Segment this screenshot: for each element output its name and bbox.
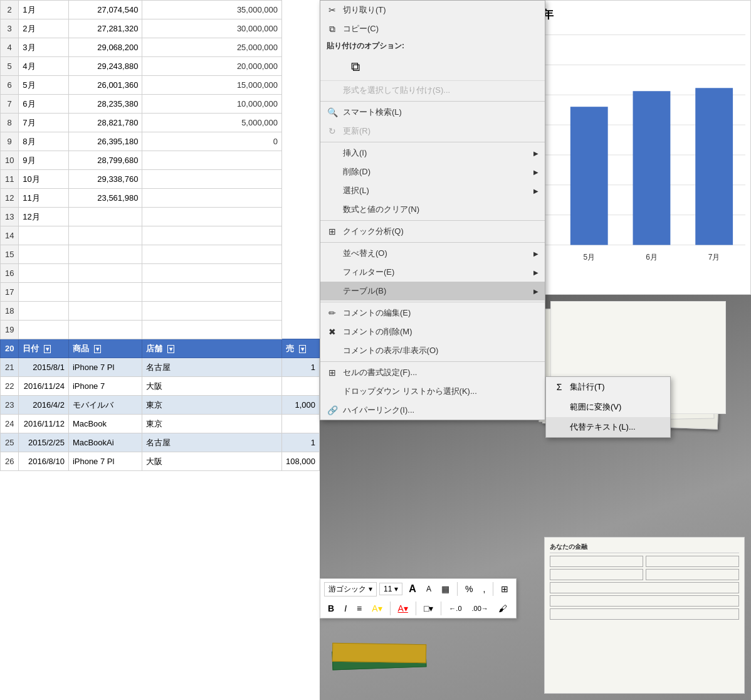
month-cell[interactable]: 2月 bbox=[19, 19, 69, 38]
font-size-selector[interactable]: 11 ▾ bbox=[379, 583, 402, 595]
font-dropdown-icon[interactable]: ▾ bbox=[369, 585, 372, 593]
menu-item-table[interactable]: テーブル(B)▶ bbox=[320, 282, 545, 300]
menu-item-copy[interactable]: ⧉コピー(C) bbox=[320, 19, 545, 38]
decimal-decrease-button[interactable]: ←.0 bbox=[445, 603, 465, 614]
menu-item-filter[interactable]: フィルター(E)▶ bbox=[320, 263, 545, 282]
percent-button[interactable]: % bbox=[461, 582, 476, 596]
month-cell[interactable]: 10月 bbox=[19, 170, 69, 189]
month-cell[interactable]: 8月 bbox=[19, 132, 69, 151]
mini-toolbar[interactable]: 游ゴシック ▾ 11 ▾ A A ▦ % , ⊞ B I ≡ A▾ A▾ □▾ … bbox=[320, 578, 517, 618]
date-cell[interactable]: 2015/2/25 bbox=[19, 433, 69, 452]
date-cell[interactable]: 2016/4/2 bbox=[19, 396, 69, 415]
table-column-header[interactable]: 売 ▾ bbox=[281, 339, 319, 358]
month-cell[interactable]: 7月 bbox=[19, 114, 69, 132]
month-cell[interactable]: 9月 bbox=[19, 151, 69, 170]
product-cell[interactable]: iPhone 7 Pl bbox=[68, 358, 142, 377]
menu-item-format_cells[interactable]: ⊞セルの書式設定(F)... bbox=[320, 363, 545, 382]
extra-cell[interactable]: 1,000 bbox=[281, 396, 319, 415]
cell-color-button[interactable]: ▦ bbox=[438, 582, 453, 596]
table-submenu[interactable]: Σ集計行(T)範囲に変換(V)代替テキスト(L)... bbox=[545, 376, 671, 438]
date-cell[interactable]: 2015/8/1 bbox=[19, 358, 69, 377]
menu-item-select[interactable]: 選択(L)▶ bbox=[320, 181, 545, 200]
store-cell[interactable]: 名古屋 bbox=[142, 358, 282, 377]
value-cell[interactable]: 28,821,780 bbox=[68, 114, 142, 132]
extra-cell[interactable] bbox=[281, 377, 319, 396]
menu-item-sort[interactable]: 並べ替え(O)▶ bbox=[320, 244, 545, 263]
value-cell[interactable] bbox=[68, 245, 142, 264]
value-cell[interactable]: 29,068,200 bbox=[68, 38, 142, 57]
menu-item-show_comment[interactable]: コメントの表示/非表示(O) bbox=[320, 341, 545, 360]
align-button[interactable]: ≡ bbox=[353, 602, 365, 615]
decimal-increase-button[interactable]: .00→ bbox=[468, 603, 492, 614]
menu-item-smart_search[interactable]: 🔍スマート検索(L) bbox=[320, 103, 545, 122]
menu-item-insert[interactable]: 挿入(I)▶ bbox=[320, 144, 545, 162]
brush-button[interactable]: 🖌 bbox=[495, 602, 511, 615]
product-cell[interactable]: MacBook bbox=[68, 415, 142, 433]
border-button[interactable]: □▾ bbox=[420, 602, 437, 615]
month-cell[interactable]: 6月 bbox=[19, 95, 69, 114]
store-cell[interactable]: 大阪 bbox=[142, 377, 282, 396]
table-data-row[interactable]: 222016/11/24iPhone 7大阪 bbox=[1, 377, 320, 396]
menu-item-cut[interactable]: ✂切り取り(T) bbox=[320, 1, 545, 19]
month-cell[interactable] bbox=[19, 321, 69, 339]
value-cell[interactable]: 29,338,760 bbox=[68, 170, 142, 189]
store-cell[interactable]: 名古屋 bbox=[142, 433, 282, 452]
context-menu[interactable]: ✂切り取り(T)⧉コピー(C)貼り付けのオプション:⧉形式を選択して貼り付け(S… bbox=[320, 0, 545, 420]
store-cell[interactable]: 東京 bbox=[142, 415, 282, 433]
value-cell[interactable]: 27,281,320 bbox=[68, 19, 142, 38]
extra-cell[interactable]: 108,000 bbox=[281, 452, 319, 471]
month-cell[interactable] bbox=[19, 283, 69, 302]
font-color-button[interactable]: A▾ bbox=[394, 602, 412, 615]
submenu-item-totals_row[interactable]: Σ集計行(T) bbox=[546, 377, 670, 397]
product-cell[interactable]: モバイルバ bbox=[68, 396, 142, 415]
size-dropdown-icon[interactable]: ▾ bbox=[394, 585, 398, 593]
menu-item-hyperlink[interactable]: 🔗ハイパーリンク(I)... bbox=[320, 401, 545, 420]
month-cell[interactable]: 4月 bbox=[19, 57, 69, 76]
table-column-header[interactable]: 日付 ▾ bbox=[19, 339, 69, 358]
month-cell[interactable] bbox=[19, 302, 69, 321]
menu-item-clear[interactable]: 数式と値のクリア(N) bbox=[320, 200, 545, 219]
store-cell[interactable]: 大阪 bbox=[142, 452, 282, 471]
table-format-button[interactable]: ⊞ bbox=[497, 582, 512, 596]
value-cell[interactable]: 29,243,880 bbox=[68, 57, 142, 76]
font-name-selector[interactable]: 游ゴシック ▾ bbox=[324, 582, 377, 597]
month-cell[interactable]: 1月 bbox=[19, 1, 69, 19]
month-cell[interactable]: 11月 bbox=[19, 189, 69, 208]
value-cell[interactable] bbox=[68, 283, 142, 302]
value-cell[interactable]: 23,561,980 bbox=[68, 189, 142, 208]
font-shrink-button[interactable]: A bbox=[423, 583, 435, 595]
value-cell[interactable] bbox=[68, 226, 142, 245]
product-cell[interactable]: iPhone 7 Pl bbox=[68, 452, 142, 471]
italic-button[interactable]: I bbox=[340, 602, 350, 615]
value-cell[interactable]: 26,395,180 bbox=[68, 132, 142, 151]
extra-cell[interactable]: 1 bbox=[281, 358, 319, 377]
month-cell[interactable]: 12月 bbox=[19, 208, 69, 226]
value-cell[interactable]: 27,074,540 bbox=[68, 1, 142, 19]
month-cell[interactable]: 3月 bbox=[19, 38, 69, 57]
month-cell[interactable] bbox=[19, 226, 69, 245]
date-cell[interactable]: 2016/11/12 bbox=[19, 415, 69, 433]
value-cell[interactable] bbox=[68, 302, 142, 321]
extra-cell[interactable]: 1 bbox=[281, 433, 319, 452]
table-data-row[interactable]: 242016/11/12MacBook東京 bbox=[1, 415, 320, 433]
value-cell[interactable] bbox=[68, 321, 142, 339]
value-cell[interactable]: 28,235,380 bbox=[68, 95, 142, 114]
menu-item-edit_comment[interactable]: ✏コメントの編集(E) bbox=[320, 304, 545, 322]
month-cell[interactable] bbox=[19, 245, 69, 264]
menu-item-quick_analysis[interactable]: ⊞クイック分析(Q) bbox=[320, 222, 545, 241]
table-data-row[interactable]: 232016/4/2モバイルバ東京1,000 bbox=[1, 396, 320, 415]
font-grow-button[interactable]: A bbox=[405, 581, 420, 597]
value-cell[interactable] bbox=[68, 208, 142, 226]
highlight-button[interactable]: A▾ bbox=[368, 602, 386, 615]
month-cell[interactable] bbox=[19, 264, 69, 283]
date-cell[interactable]: 2016/8/10 bbox=[19, 452, 69, 471]
value-cell[interactable] bbox=[68, 264, 142, 283]
store-cell[interactable]: 東京 bbox=[142, 396, 282, 415]
submenu-item-convert_range[interactable]: 範囲に変換(V) bbox=[546, 397, 670, 417]
extra-cell[interactable] bbox=[281, 415, 319, 433]
menu-item-delete_comment[interactable]: ✖コメントの削除(M) bbox=[320, 322, 545, 341]
table-data-row[interactable]: 262016/8/10iPhone 7 Pl大阪108,000 bbox=[1, 452, 320, 471]
bold-button[interactable]: B bbox=[324, 602, 338, 615]
menu-item-delete[interactable]: 削除(D)▶ bbox=[320, 162, 545, 181]
date-cell[interactable]: 2016/11/24 bbox=[19, 377, 69, 396]
